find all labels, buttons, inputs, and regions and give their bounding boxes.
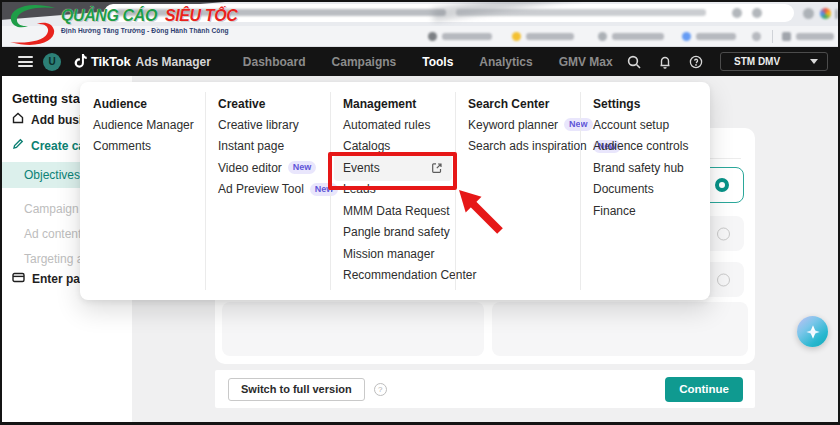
menu-column-search-center: Search CenterKeyword plannerNewSearch ad… [455,82,580,300]
menu-column-title: Audience [80,94,205,114]
menu-item-label: Automated rules [343,118,430,132]
menu-item-finance[interactable]: Finance [580,200,710,222]
bookmark-item[interactable] [598,32,664,41]
menu-item-label: Finance [593,204,636,218]
card-icon [12,272,25,286]
menu-item-mmm-data-request[interactable]: MMM Data Request [330,200,455,222]
menu-item-label: Audience Manager [93,118,194,132]
radio-selected-icon[interactable] [715,178,729,192]
browser-menu-icon[interactable] [835,9,838,19]
menu-item-label: Creative library [218,118,299,132]
menu-item-documents[interactable]: Documents [580,179,710,201]
radio-unselected-icon[interactable] [717,273,730,286]
brand-suffix: Ads Manager [136,55,211,69]
user-avatar[interactable]: U [43,53,61,71]
menu-item-ad-preview-tool[interactable]: Ad Preview ToolNew [205,179,330,201]
add-bookmark-icon[interactable] [752,32,761,41]
objective-card[interactable] [222,302,484,356]
switch-to-full-version-button[interactable]: Switch to full version [228,378,365,401]
menu-item-label: Pangle brand safety [343,225,450,239]
menu-item-mission-manager[interactable]: Mission manager [330,243,455,265]
new-badge: New [288,161,317,174]
tools-dropdown-menu: AudienceAudience ManagerCommentsCreative… [80,82,710,300]
continue-button[interactable]: Continue [665,377,743,402]
menu-item-label: Audience controls [593,139,688,153]
nav-tab-tools[interactable]: Tools [422,55,453,69]
bookmark-item[interactable] [428,32,492,41]
search-icon[interactable] [627,55,641,69]
ai-assistant-button[interactable] [797,316,828,347]
menu-item-recommendation-center[interactable]: Recommendation Center [330,265,455,287]
menu-item-label: Video editor [218,161,282,175]
menu-column-settings: SettingsAccount setupAudience controlsBr… [580,82,710,300]
app-header: U TikTok Ads Manager DashboardCampaignsT… [0,47,840,76]
menu-item-pangle-brand-safety[interactable]: Pangle brand safety [330,222,455,244]
menu-item-search-ads-inspiration[interactable]: Search ads inspirationNew [455,136,580,158]
menu-item-keyword-planner[interactable]: Keyword plannerNew [455,114,580,136]
menu-item-video-editor[interactable]: Video editorNew [205,157,330,179]
sparkle-icon [804,323,822,341]
menu-item-catalogs[interactable]: Catalogs [330,136,455,158]
watermark-logo: QUẢNG CÁO SIÊU TỐC Định Hướng Tăng Trưởn… [6,0,241,48]
menu-item-label: Ad Preview Tool [218,182,304,196]
menu-item-automated-rules[interactable]: Automated rules [330,114,455,136]
menu-item-label: Documents [593,182,654,196]
account-label: STM DMV [734,56,780,67]
menu-column-title: Search Center [455,94,580,114]
bookmark-item[interactable] [682,32,736,41]
menu-item-comments[interactable]: Comments [80,136,205,158]
menu-column-creative: CreativeCreative libraryInstant pageVide… [205,82,330,300]
menu-item-brand-safety-hub[interactable]: Brand safety hub [580,157,710,179]
bookmark-star-icon[interactable] [752,8,762,18]
bookmark-item[interactable] [512,32,574,41]
hamburger-menu-icon[interactable] [18,56,33,67]
nav-tab-dashboard[interactable]: Dashboard [243,55,306,69]
footer-action-bar: Switch to full version ? Continue [215,370,755,408]
radio-unselected-icon[interactable] [717,227,730,240]
watermark-brand-red: SIÊU TỐC [165,7,237,24]
menu-item-audience-controls[interactable]: Audience controls [580,136,710,158]
menu-item-audience-manager[interactable]: Audience Manager [80,114,205,136]
watermark-brand-green: QUẢNG CÁO [61,7,157,24]
screenshot-root: QUẢNG CÁO SIÊU TỐC Định Hướng Tăng Trưởn… [0,0,840,425]
watermark-s-icon [6,3,58,47]
tiktok-note-icon [74,54,87,69]
watermark-tagline: Định Hướng Tăng Trưởng - Đồng Hành Thành… [61,27,241,34]
copy-icon[interactable] [732,8,742,18]
menu-item-events[interactable]: Events [334,155,452,182]
objective-card[interactable] [492,302,748,356]
browser-profile-icon[interactable] [820,8,831,19]
menu-item-label: MMM Data Request [343,204,450,218]
footer-help-icon[interactable]: ? [374,383,387,396]
pencil-icon [12,138,24,153]
menu-item-instant-page[interactable]: Instant page [205,136,330,158]
menu-item-creative-library[interactable]: Creative library [205,114,330,136]
menu-item-label: Keyword planner [468,118,558,132]
menu-item-label: Leads [343,182,376,196]
menu-item-label: Events [343,161,380,175]
menu-item-label: Brand safety hub [593,161,684,175]
nav-tab-campaigns[interactable]: Campaigns [332,55,397,69]
menu-item-leads[interactable]: Leads [330,179,455,201]
brand-logo[interactable]: TikTok Ads Manager [74,54,211,69]
chevron-down-icon [810,59,818,64]
notifications-bell-icon[interactable] [658,55,672,69]
menu-column-management: ManagementAutomated rulesCatalogsEventsL… [330,82,455,300]
menu-item-label: Mission manager [343,247,434,261]
account-selector[interactable]: STM DMV [720,52,828,71]
extensions-icon[interactable] [803,8,814,19]
menu-column-title: Creative [205,94,330,114]
main-nav: DashboardCampaignsToolsAnalyticsGMV Max [243,55,613,69]
menu-column-audience: AudienceAudience ManagerComments [80,82,205,300]
menu-item-label: Instant page [218,139,284,153]
bookmarks-folder[interactable] [782,32,834,41]
menu-item-label: Catalogs [343,139,390,153]
menu-column-title: Settings [580,94,710,114]
nav-tab-analytics[interactable]: Analytics [479,55,532,69]
menu-item-label: Comments [93,139,151,153]
nav-tab-gmv-max[interactable]: GMV Max [559,55,613,69]
menu-item-label: Account setup [593,118,669,132]
external-link-icon [432,163,442,173]
menu-item-account-setup[interactable]: Account setup [580,114,710,136]
help-icon[interactable] [689,55,703,69]
